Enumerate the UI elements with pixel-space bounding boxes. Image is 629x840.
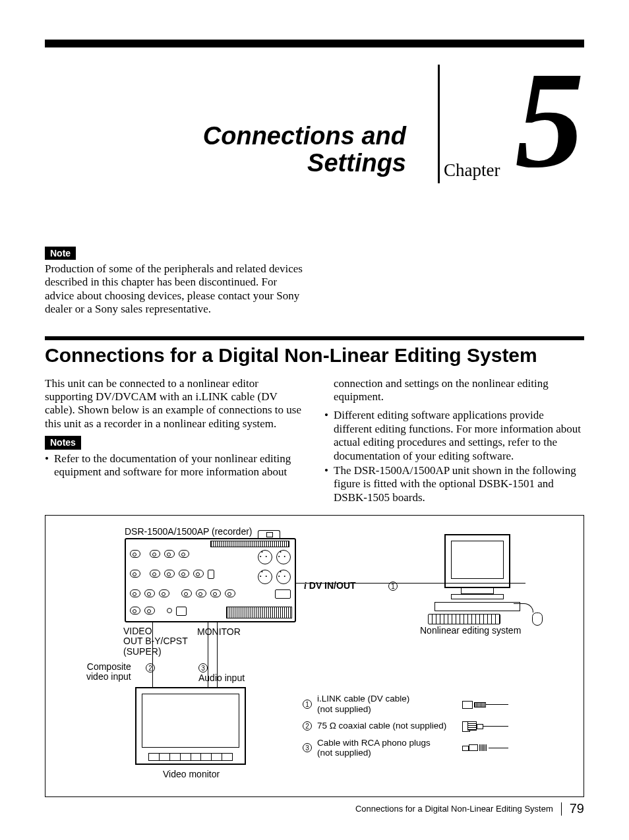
- legend-item-3: Cable with RCA phono plugs (not supplied…: [317, 738, 457, 758]
- right-column: connection and settings on the nonlinear…: [324, 377, 584, 506]
- page-footer: Connections for a Digital Non-Linear Edi…: [355, 801, 584, 816]
- note-bullet-right-1: Different editing software applications …: [324, 409, 584, 463]
- page-number: 79: [570, 801, 584, 816]
- dv-inout-label: i DV IN/OUT: [304, 580, 356, 591]
- note-badge: Note: [45, 247, 76, 260]
- legend-item-1: i.LINK cable (DV cable) (not supplied): [317, 694, 457, 714]
- left-column: This unit can be connected to a nonlinea…: [45, 377, 305, 506]
- audio-input-label: Audio input: [198, 673, 245, 683]
- callout-1: 1: [388, 580, 398, 591]
- ilink-cable-icon: [462, 700, 508, 709]
- right-continuation: connection and settings on the nonlinear…: [324, 377, 584, 404]
- chapter-header: Connections and Settings Chapter 5: [45, 58, 584, 190]
- cable-line-2: [152, 621, 153, 688]
- connection-figure: DSR-1500A/1500AP (recorder) i DV IN/OUT …: [45, 515, 584, 797]
- coax-cable-icon: [462, 721, 508, 731]
- chapter-label: Chapter: [444, 160, 500, 181]
- note-bullet-right-2: The DSR-1500A/1500AP unit shown in the f…: [324, 464, 584, 504]
- running-head: Connections for a Digital Non-Linear Edi…: [355, 804, 553, 814]
- chapter-title-line2: Settings: [203, 150, 406, 177]
- footer-separator: [561, 802, 562, 816]
- video-out-label: VIDEO OUT B-Y/CPST (SUPER): [123, 626, 188, 657]
- callout-3: 3: [198, 662, 208, 673]
- cable-line-3b: [217, 621, 218, 688]
- section-title: Connections for a Digital Non-Linear Edi…: [45, 344, 584, 367]
- nle-label: Nonlinear editing system: [420, 625, 521, 636]
- cable-legend: 1 i.LINK cable (DV cable) (not supplied)…: [303, 694, 508, 765]
- cable-line-3a: [208, 621, 208, 688]
- legend-item-2: 75 Ω coaxial cable (not supplied): [317, 721, 457, 731]
- chapter-divider: [438, 65, 440, 183]
- rca-cable-icon: [462, 743, 508, 752]
- note-text: Production of some of the peripherals an…: [45, 262, 309, 316]
- section-rule: [45, 336, 584, 340]
- notes-badge: Notes: [45, 436, 81, 450]
- video-monitor-icon: [135, 687, 246, 765]
- video-monitor-label: Video monitor: [163, 769, 220, 779]
- chapter-number: 5: [515, 50, 584, 189]
- monitor-label: MONITOR: [197, 626, 241, 637]
- chapter-title-line1: Connections and: [203, 123, 406, 150]
- top-rule: [45, 40, 584, 47]
- intro-para: This unit can be connected to a nonlinea…: [45, 377, 305, 431]
- recorder-label: DSR-1500A/1500AP (recorder): [125, 526, 253, 537]
- nle-system-icon: [428, 534, 527, 624]
- recorder-icon: [125, 538, 296, 622]
- note-bullet-left: Refer to the documentation of your nonli…: [45, 452, 305, 479]
- composite-label: Composite video input: [86, 662, 131, 682]
- body-columns: This unit can be connected to a nonlinea…: [45, 377, 584, 506]
- callout-2: 2: [146, 662, 155, 673]
